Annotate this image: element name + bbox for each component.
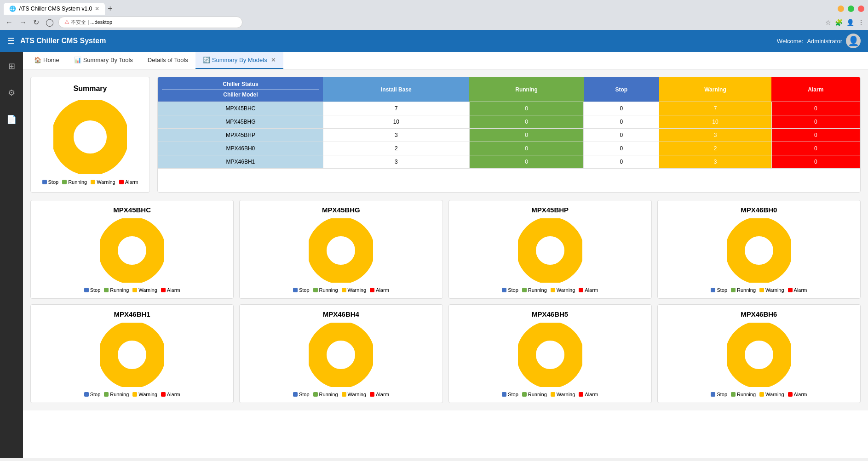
home-button[interactable]: ◯ bbox=[44, 17, 56, 28]
model-donut: 0 3 bbox=[309, 323, 373, 387]
legend-alarm: Alarm bbox=[788, 287, 807, 293]
svg-text:0: 0 bbox=[757, 346, 760, 353]
model-card: MPX46BH4 0 3 Stop Running Warning bbox=[239, 304, 443, 403]
content-area: Summary 0 37 Stop bbox=[23, 69, 868, 410]
legend-alarm: Alarm bbox=[579, 392, 598, 397]
menu-icon[interactable]: ⋮ bbox=[858, 19, 864, 26]
model-card-title: MPX45BHP bbox=[531, 206, 569, 214]
legend-stop: Stop bbox=[84, 287, 101, 293]
cell-alarm: 0 bbox=[771, 102, 860, 115]
avatar[interactable]: 👤 bbox=[846, 34, 861, 48]
cell-stop: 0 bbox=[584, 115, 659, 129]
summary-title: Summary bbox=[74, 85, 107, 93]
legend-stop: Stop bbox=[502, 392, 518, 397]
svg-text:3: 3 bbox=[547, 249, 553, 260]
legend-running: Running bbox=[104, 287, 129, 293]
tab-details-of-tools[interactable]: Details of Tools bbox=[140, 52, 195, 69]
cell-stop: 0 bbox=[584, 102, 659, 115]
cell-model: MPX45BHC bbox=[158, 102, 323, 115]
app-title: ATS Chiller CMS System bbox=[20, 37, 106, 45]
forward-button[interactable]: → bbox=[17, 17, 29, 28]
legend-running: Running bbox=[313, 287, 338, 293]
cell-alarm: 0 bbox=[771, 129, 860, 142]
summary-tools-tab-icon: 📊 bbox=[74, 57, 81, 63]
model-card-title: MPX46BH4 bbox=[323, 310, 359, 318]
model-legend: Stop Running Warning Alarm bbox=[84, 392, 180, 397]
legend-alarm: Alarm bbox=[119, 179, 138, 185]
close-button[interactable] bbox=[858, 6, 864, 12]
table-row: MPX45BHC 7 0 0 7 0 bbox=[158, 102, 860, 115]
cell-stop: 0 bbox=[584, 129, 659, 142]
tab-close-icon[interactable]: ✕ bbox=[95, 6, 99, 12]
tab-summary-by-tools[interactable]: 📊 Summary By Tools bbox=[67, 52, 140, 69]
sidebar-document-icon[interactable]: 📄 bbox=[3, 111, 20, 128]
svg-text:3: 3 bbox=[129, 353, 135, 364]
cell-model: MPX46BH0 bbox=[158, 142, 323, 155]
model-card-title: MPX45BHC bbox=[113, 206, 151, 214]
svg-text:0: 0 bbox=[131, 242, 134, 249]
cell-model: MPX45BHP bbox=[158, 129, 323, 142]
tab-close-models-icon[interactable]: ✕ bbox=[271, 57, 276, 63]
model-card: MPX46BH0 0 2 Stop Running Warning bbox=[657, 200, 861, 299]
main-content: 🏠 Home 📊 Summary By Tools Details of Too… bbox=[23, 52, 868, 458]
minimize-button[interactable] bbox=[838, 6, 844, 12]
new-tab-button[interactable]: + bbox=[105, 4, 115, 14]
cell-install: 2 bbox=[323, 142, 469, 155]
model-donut: 0 3 bbox=[100, 323, 164, 387]
models-grid: MPX45BHC 0 7 Stop Running Warning bbox=[30, 200, 861, 403]
model-card-title: MPX46BH5 bbox=[532, 310, 568, 318]
model-card: MPX45BHG 0 10 Stop Running Warning bbox=[239, 200, 443, 299]
svg-text:2: 2 bbox=[756, 249, 762, 260]
model-legend: Stop Running Warning Alarm bbox=[711, 392, 807, 397]
cell-stop: 0 bbox=[584, 142, 659, 155]
sidebar-toggle-icon[interactable]: ☰ bbox=[7, 36, 15, 46]
model-legend: Stop Running Warning Alarm bbox=[711, 287, 807, 293]
cell-model: MPX45BHG bbox=[158, 115, 323, 129]
legend-stop: Stop bbox=[711, 392, 727, 397]
address-text: 不安全 | bbox=[71, 19, 90, 25]
col-running-header: Running bbox=[469, 77, 584, 102]
profile-icon[interactable]: 👤 bbox=[846, 19, 854, 26]
address-bar[interactable]: ⚠ 不安全 | ...desktop bbox=[58, 17, 242, 28]
maximize-button[interactable] bbox=[848, 6, 854, 12]
tab-home[interactable]: 🏠 Home bbox=[27, 52, 67, 69]
sidebar-gear-icon[interactable]: ⚙ bbox=[4, 84, 19, 102]
welcome-section: Welcome: Administrator 👤 bbox=[777, 34, 861, 48]
model-donut: 0 10 bbox=[309, 218, 373, 283]
cell-alarm: 0 bbox=[771, 142, 860, 155]
table-row: MPX46BH0 2 0 0 2 0 bbox=[158, 142, 860, 155]
donut-top-value: 0 bbox=[88, 127, 92, 135]
cell-install: 7 bbox=[323, 102, 469, 115]
table-row: MPX46BH1 3 0 0 3 0 bbox=[158, 155, 860, 169]
model-card: MPX46BH6 0 2 Stop Running Warning bbox=[657, 304, 861, 403]
model-donut: 0 2 bbox=[727, 218, 791, 283]
cell-install: 3 bbox=[323, 129, 469, 142]
sidebar-grid-icon[interactable]: ⊞ bbox=[5, 57, 19, 75]
warning-dot bbox=[91, 180, 95, 184]
back-button[interactable]: ← bbox=[4, 17, 15, 28]
nav-tabs: 🏠 Home 📊 Summary By Tools Details of Too… bbox=[23, 52, 868, 69]
running-dot bbox=[62, 180, 67, 184]
svg-text:7: 7 bbox=[129, 249, 135, 260]
tab-summary-by-models[interactable]: 🔄 Summary By Models ✕ bbox=[195, 52, 283, 69]
legend-warning: Warning bbox=[132, 287, 157, 293]
bookmark-icon[interactable]: ☆ bbox=[825, 19, 831, 26]
legend-alarm: Alarm bbox=[370, 392, 389, 397]
extensions-icon[interactable]: 🧩 bbox=[835, 19, 843, 26]
col-header-status-model: Chiller Status Chiller Model bbox=[158, 77, 323, 102]
alarm-dot bbox=[119, 180, 124, 184]
col-stop-header: Stop bbox=[584, 77, 659, 102]
svg-text:0: 0 bbox=[757, 242, 760, 249]
model-donut: 0 3 bbox=[518, 218, 582, 283]
tab-title: ATS Chiller CMS System v1.0 bbox=[19, 6, 92, 12]
col-install-header: Install Base bbox=[323, 77, 469, 102]
reload-button[interactable]: ↻ bbox=[31, 17, 41, 28]
cell-warning: 3 bbox=[659, 155, 771, 169]
browser-tab[interactable]: 🌐 ATS Chiller CMS System v1.0 ✕ bbox=[4, 3, 105, 15]
legend-warning: Warning bbox=[551, 287, 575, 293]
cell-warning: 3 bbox=[659, 129, 771, 142]
col-alarm-header: Alarm bbox=[771, 77, 860, 102]
svg-text:0: 0 bbox=[131, 346, 134, 353]
welcome-user: Administrator bbox=[807, 38, 842, 45]
summary-table-wrapper: Chiller Status Chiller Model Install Bas… bbox=[157, 77, 861, 193]
